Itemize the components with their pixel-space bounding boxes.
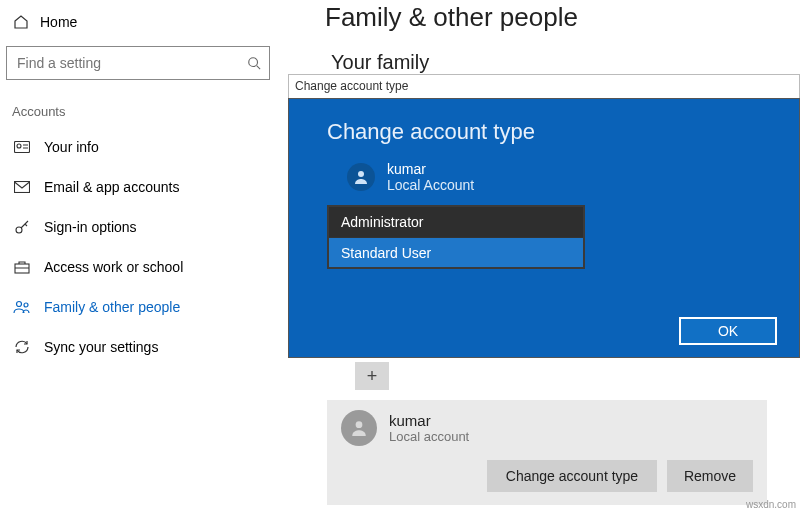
change-account-type-dialog: Change account type kumar Local Account … [288, 98, 800, 358]
user-card-header: kumar Local account [341, 410, 753, 446]
sidebar-item-label: Sign-in options [44, 219, 137, 235]
change-account-type-button[interactable]: Change account type [487, 460, 657, 492]
sidebar-item-label: Your info [44, 139, 99, 155]
svg-point-9 [356, 421, 363, 428]
dialog-account-row: kumar Local Account [289, 161, 799, 205]
home-icon [12, 14, 30, 30]
avatar-icon [341, 410, 377, 446]
id-card-icon [12, 141, 32, 153]
sidebar-item-work[interactable]: Access work or school [0, 247, 280, 287]
svg-point-7 [24, 303, 28, 307]
dialog-account-text: kumar Local Account [387, 161, 474, 193]
sidebar-item-label: Family & other people [44, 299, 180, 315]
dialog-titlebar: Change account type [288, 74, 800, 98]
key-icon [12, 219, 32, 235]
sidebar-item-family[interactable]: Family & other people [0, 287, 280, 327]
sync-icon [12, 339, 32, 355]
user-card-text: kumar Local account [389, 412, 469, 444]
add-user-button[interactable]: + [355, 362, 389, 390]
sidebar-item-sync[interactable]: Sync your settings [0, 327, 280, 367]
user-card-name: kumar [389, 412, 469, 429]
sidebar-nav: Your info Email & app accounts Sign-in o… [0, 127, 280, 367]
dropdown-option-administrator[interactable]: Administrator [329, 207, 583, 237]
search-input-container[interactable] [6, 46, 270, 80]
sidebar-section-title: Accounts [0, 80, 280, 127]
svg-point-2 [17, 144, 21, 148]
sidebar-item-email[interactable]: Email & app accounts [0, 167, 280, 207]
ok-button[interactable]: OK [679, 317, 777, 345]
svg-point-6 [17, 302, 22, 307]
search-input[interactable] [17, 55, 247, 71]
settings-sidebar: Home Accounts Your info Email & [0, 0, 280, 512]
user-card-buttons: Change account type Remove [341, 460, 753, 492]
watermark: wsxdn.com [746, 499, 796, 510]
sidebar-item-your-info[interactable]: Your info [0, 127, 280, 167]
envelope-icon [12, 181, 32, 193]
sidebar-item-label: Sync your settings [44, 339, 158, 355]
account-type-dropdown[interactable]: Administrator Standard User [327, 205, 585, 269]
people-icon [12, 300, 32, 314]
search-icon [247, 56, 261, 70]
sidebar-item-label: Email & app accounts [44, 179, 179, 195]
sidebar-item-signin[interactable]: Sign-in options [0, 207, 280, 247]
page-title: Family & other people [325, 0, 800, 51]
svg-point-8 [358, 171, 364, 177]
home-label: Home [40, 14, 77, 30]
svg-point-0 [249, 58, 258, 67]
dialog-account-sub: Local Account [387, 177, 474, 193]
user-card: kumar Local account Change account type … [327, 400, 767, 505]
dialog-account-name: kumar [387, 161, 474, 177]
user-card-sub: Local account [389, 429, 469, 444]
avatar-icon [347, 163, 375, 191]
dialog-heading: Change account type [289, 99, 799, 161]
sidebar-item-label: Access work or school [44, 259, 183, 275]
briefcase-icon [12, 260, 32, 274]
dropdown-option-standard[interactable]: Standard User [329, 237, 583, 267]
remove-button[interactable]: Remove [667, 460, 753, 492]
home-nav[interactable]: Home [0, 6, 280, 40]
